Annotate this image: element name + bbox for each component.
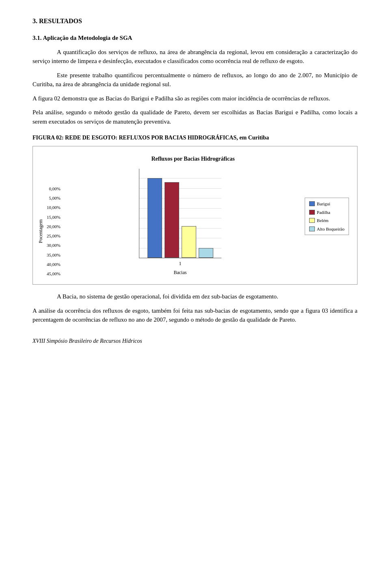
y-tick: 35,00% (47, 253, 61, 257)
paragraph-5: A Bacia, no sistema de gestão operaciona… (32, 292, 358, 301)
y-tick: 30,00% (47, 243, 61, 248)
y-tick: 20,00% (47, 224, 61, 229)
subsection-title-text: Aplicação da Metodologia de SGA (43, 35, 132, 41)
figure-caption: FIGURA 02: REDE DE ESGOTO: REFLUXOS POR … (32, 133, 358, 142)
legend-label: Alto Boqueirão (317, 226, 344, 233)
legend-item-alto-boqueirão: Alto Boqueirão (309, 226, 344, 233)
y-tick: 10,00% (47, 205, 61, 210)
legend-color-box (309, 226, 315, 231)
legend-item-belém: Belém (309, 217, 344, 224)
y-tick: 45,00% (47, 272, 61, 276)
section-number: 3. (32, 17, 37, 24)
bar-barigui (147, 178, 162, 258)
bar-padilha (165, 182, 179, 258)
legend-color-box (309, 218, 315, 223)
chart-title: Refluxos por Bacias Hidrográficas (37, 155, 349, 163)
y-axis: 45,00%40,00%35,00%30,00%25,00%20,00%15,0… (47, 187, 64, 276)
footer-text: XVIII Simpósio Brasileiro de Recursos Hí… (32, 337, 358, 345)
x-axis-title: Bacias (173, 269, 186, 276)
y-tick: 15,00% (47, 215, 61, 220)
section-title: 3. RESULTADOS (32, 16, 358, 26)
x-tick-label: 1 (179, 260, 181, 267)
bars-section: 1 Bacias (64, 169, 297, 276)
legend-label: Barigui (317, 200, 330, 207)
legend-item-padilha: Padilha (309, 209, 344, 216)
paragraph-1: A quantificação dos serviços de refluxo,… (32, 48, 358, 66)
section-title-text: RESULTADOS (39, 17, 82, 24)
paragraph-2: Este presente trabalho quantificou perce… (32, 71, 358, 89)
chart-area: Pocentagem 45,00%40,00%35,00%30,00%25,00… (37, 169, 349, 276)
paragraph-3: A figura 02 demonstra que as Bacias do B… (32, 94, 358, 103)
bar-belém (182, 226, 196, 258)
bar-alto-boqueirão (199, 248, 213, 258)
y-tick: 5,00% (47, 196, 61, 200)
subsection-number: 3.1. (32, 35, 42, 41)
y-tick: 25,00% (47, 234, 61, 238)
y-axis-label: Pocentagem (37, 187, 44, 276)
legend-item-barigui: Barigui (309, 200, 344, 207)
legend-label: Padilha (317, 209, 330, 216)
legend: BariguiPadilhaBelémAlto Boqueirão (305, 198, 349, 235)
bars-row (139, 169, 221, 258)
y-tick: 40,00% (47, 262, 61, 267)
legend-color-box (309, 210, 315, 215)
chart-container: Refluxos por Bacias Hidrográficas Pocent… (32, 146, 358, 285)
legend-color-box (309, 201, 315, 206)
paragraph-6: A análise da ocorrência dos refluxos de … (32, 306, 358, 324)
legend-label: Belém (317, 217, 329, 224)
y-tick: 0,00% (47, 187, 61, 191)
bars-and-legend: 1 Bacias BariguiPadilhaBelémAlto Boqueir… (64, 169, 349, 276)
subsection-title: 3.1. Aplicação da Metodologia de SGA (32, 33, 358, 43)
paragraph-4: Pela análise, segundo o método gestão da… (32, 108, 358, 126)
